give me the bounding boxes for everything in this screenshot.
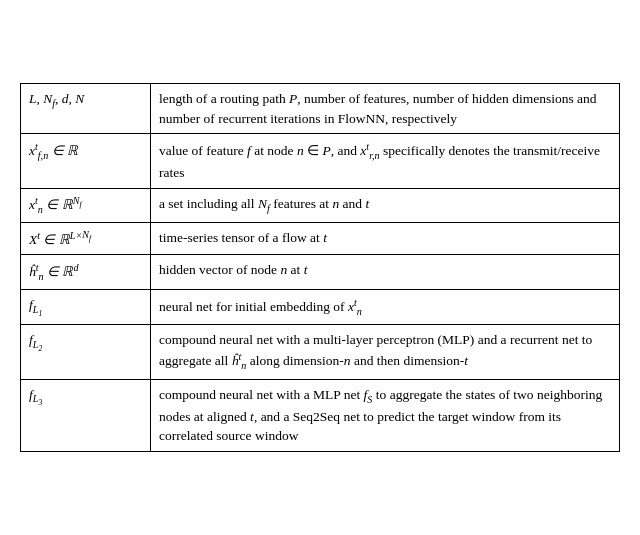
description-cell: compound neural net with a multi-layer p… bbox=[151, 325, 620, 379]
symbol: fL2 bbox=[29, 332, 42, 347]
description: time-series tensor of a flow at t bbox=[159, 230, 327, 245]
symbol: fL3 bbox=[29, 387, 42, 402]
description: length of a routing path P, number of fe… bbox=[159, 91, 597, 126]
table-wrapper: L, Nf, d, N length of a routing path P, … bbox=[20, 83, 620, 452]
symbol-cell: L, Nf, d, N bbox=[21, 83, 151, 133]
table-row: fL2 compound neural net with a multi-lay… bbox=[21, 325, 620, 379]
description-cell: time-series tensor of a flow at t bbox=[151, 223, 620, 255]
symbol: xtf,n ∈ ℝ bbox=[29, 143, 78, 158]
description: hidden vector of node n at t bbox=[159, 262, 307, 277]
symbol: Xt ∈ ℝL×Nf bbox=[29, 232, 91, 247]
description-cell: hidden vector of node n at t bbox=[151, 255, 620, 290]
table-row: fL3 compound neural net with a MLP net f… bbox=[21, 379, 620, 451]
symbol-cell: fL3 bbox=[21, 379, 151, 451]
description-cell: length of a routing path P, number of fe… bbox=[151, 83, 620, 133]
description-cell: a set including all Nf features at n and… bbox=[151, 188, 620, 223]
symbol-cell: xtf,n ∈ ℝ bbox=[21, 134, 151, 188]
table-row: Xt ∈ ℝL×Nf time-series tensor of a flow … bbox=[21, 223, 620, 255]
symbol: ĥtn ∈ ℝd bbox=[29, 264, 78, 279]
description: a set including all Nf features at n and… bbox=[159, 196, 369, 211]
symbol-cell: fL2 bbox=[21, 325, 151, 379]
table-row: ĥtn ∈ ℝd hidden vector of node n at t bbox=[21, 255, 620, 290]
description: neural net for initial embedding of xtn bbox=[159, 299, 362, 314]
description-cell: compound neural net with a MLP net fS to… bbox=[151, 379, 620, 451]
description: value of feature f at node n ∈ P, and xt… bbox=[159, 143, 600, 180]
table-row: fL1 neural net for initial embedding of … bbox=[21, 290, 620, 325]
table-row: L, Nf, d, N length of a routing path P, … bbox=[21, 83, 620, 133]
symbol: xtn ∈ ℝNf bbox=[29, 197, 81, 212]
description-cell: neural net for initial embedding of xtn bbox=[151, 290, 620, 325]
description-cell: value of feature f at node n ∈ P, and xt… bbox=[151, 134, 620, 188]
symbol: fL1 bbox=[29, 297, 42, 312]
table-row: xtf,n ∈ ℝ value of feature f at node n ∈… bbox=[21, 134, 620, 188]
symbol-cell: Xt ∈ ℝL×Nf bbox=[21, 223, 151, 255]
description: compound neural net with a MLP net fS to… bbox=[159, 387, 602, 444]
table-row: xtn ∈ ℝNf a set including all Nf feature… bbox=[21, 188, 620, 223]
symbol: L, Nf, d, N bbox=[29, 91, 84, 106]
description: compound neural net with a multi-layer p… bbox=[159, 332, 592, 368]
notation-table: L, Nf, d, N length of a routing path P, … bbox=[20, 83, 620, 452]
symbol-cell: ĥtn ∈ ℝd bbox=[21, 255, 151, 290]
symbol-cell: xtn ∈ ℝNf bbox=[21, 188, 151, 223]
symbol-cell: fL1 bbox=[21, 290, 151, 325]
